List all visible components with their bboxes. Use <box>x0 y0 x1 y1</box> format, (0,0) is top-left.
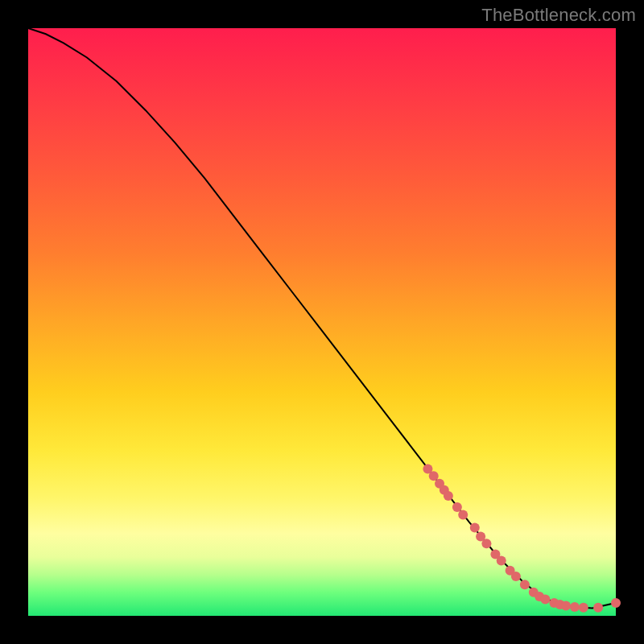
highlight-marker <box>511 572 521 581</box>
watermark-text: TheBottleneck.com <box>481 5 636 26</box>
highlight-marker <box>561 601 571 611</box>
highlight-marker-group <box>423 464 621 613</box>
highlight-marker <box>497 555 506 565</box>
highlight-marker <box>470 523 480 533</box>
highlight-marker <box>520 580 530 589</box>
highlight-marker <box>611 598 621 608</box>
highlight-marker <box>444 491 453 501</box>
highlight-marker <box>458 510 468 519</box>
bottleneck-curve <box>28 28 616 609</box>
highlight-marker <box>579 603 588 613</box>
chart-overlay-svg <box>28 28 616 616</box>
highlight-marker <box>429 471 439 481</box>
highlight-marker <box>593 603 603 613</box>
highlight-marker <box>570 602 580 612</box>
highlight-marker <box>540 595 550 605</box>
highlight-marker <box>452 502 462 512</box>
chart-frame: TheBottleneck.com <box>0 0 644 644</box>
highlight-marker <box>481 539 491 548</box>
